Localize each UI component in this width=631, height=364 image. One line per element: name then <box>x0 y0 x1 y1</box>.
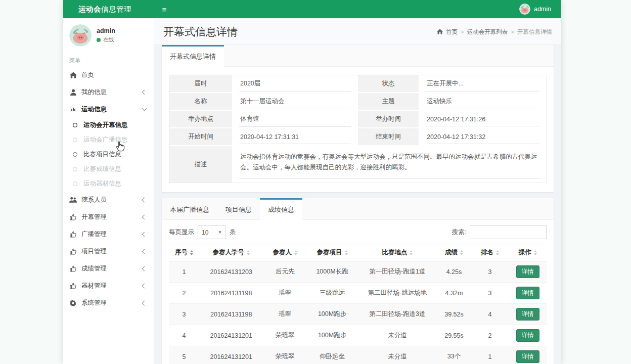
sidebar-subitem-opening-info[interactable]: 运动会开幕信息 <box>63 118 154 132</box>
page-size-suffix: 条 <box>230 228 236 237</box>
table-cell: 2 <box>471 325 509 346</box>
column-header-1[interactable]: 序号 <box>169 244 199 261</box>
column-header-3[interactable]: 参赛人 <box>263 244 307 261</box>
table-cell: 3 <box>169 304 199 325</box>
search-input[interactable] <box>470 225 547 239</box>
table-cell: 4 <box>471 304 509 325</box>
circle-o-icon <box>71 167 79 171</box>
content-header: 开幕式信息详情 首页>运动会开幕列表>开幕信息详情 <box>154 18 561 44</box>
sidebar-toggle-icon[interactable]: ≡ <box>154 5 174 14</box>
table-cell-action: 详情 <box>509 304 547 325</box>
detail-button[interactable]: 详情 <box>516 308 539 321</box>
detail-card: 开幕式信息详情 届时2020届状态正在开展中...名称第十一届运动会主题运动快乐… <box>162 45 554 192</box>
detail-button[interactable]: 详情 <box>516 350 539 363</box>
circle-o-icon <box>71 123 79 127</box>
detail-table: 届时2020届状态正在开展中...名称第十一届运动会主题运动快乐举办地点体育馆举… <box>169 75 547 183</box>
online-label: 在线 <box>103 36 114 43</box>
detail-button[interactable]: 详情 <box>516 265 539 278</box>
column-header-4[interactable]: 参赛项目 <box>307 244 358 261</box>
results-card-tabstrip: 本届广播信息项目信息成绩信息 <box>162 198 554 220</box>
sidebar-item-sport-info[interactable]: 运动信息 <box>63 101 154 118</box>
detail-field-label: 举办时间 <box>358 111 419 127</box>
thumbs-up-icon <box>69 265 77 272</box>
table-cell: 第一田径场-跑道1道 <box>357 261 437 283</box>
column-header-8[interactable]: 操作 <box>509 244 547 261</box>
table-cell: 1 <box>169 261 199 283</box>
page-size-select[interactable]: 10 ▼ <box>198 225 226 239</box>
sidebar-item-project-mgmt[interactable]: 项目管理 <box>63 243 154 260</box>
breadcrumb-item[interactable]: 首页 <box>446 28 458 36</box>
sidebar-item-my-info[interactable]: 我的信息 <box>63 83 154 101</box>
page-size-value: 10 <box>202 229 208 236</box>
sidebar-item-score-mgmt[interactable]: 成绩管理 <box>63 260 154 277</box>
top-navbar: 运动会信息管理 ≡ admin <box>63 0 561 18</box>
table-cell: 4 <box>169 325 199 346</box>
sort-icon[interactable] <box>345 250 348 255</box>
detail-field-value: 2020-04-12 17:31:32 <box>420 128 546 145</box>
table-cell: 未分道 <box>357 325 437 346</box>
tab-opening-detail[interactable]: 开幕式信息详情 <box>162 45 224 67</box>
table-cell: 39.52s <box>437 304 471 325</box>
sort-icon[interactable] <box>410 250 413 255</box>
detail-button[interactable]: 详情 <box>516 287 539 299</box>
column-header-label: 成绩 <box>445 248 458 257</box>
table-cell: 瑶翠 <box>263 283 307 304</box>
sort-icon[interactable] <box>460 250 463 255</box>
chevron-left-icon <box>142 89 147 95</box>
breadcrumb-item[interactable]: 运动会开幕列表 <box>467 28 508 36</box>
detail-desc-value: 运动会指体育运动的竞赛会，有奥运会等大型运动会，只是范围不同。最早的运动会就是古… <box>233 146 546 183</box>
chevron-down-icon <box>142 106 147 111</box>
page-title: 开幕式信息详情 <box>163 25 238 39</box>
column-header-2[interactable]: 参赛人学号 <box>199 244 263 261</box>
detail-button[interactable]: 详情 <box>516 329 539 342</box>
online-dot-icon <box>97 38 101 42</box>
sidebar-item-equipment-mgmt[interactable]: 器材管理 <box>63 277 154 294</box>
column-header-7[interactable]: 排名 <box>471 244 509 261</box>
tab-broadcast[interactable]: 本届广播信息 <box>162 198 217 219</box>
sort-icon[interactable] <box>247 250 250 255</box>
sort-icon[interactable] <box>496 250 499 255</box>
table-row: 4201624131201荣瑶翠100M跑步未分道29.55s2详情 <box>169 325 547 346</box>
tab-score[interactable]: 成绩信息 <box>260 198 302 220</box>
table-cell: 201624131198 <box>199 304 263 325</box>
sidebar-item-opening-mgmt[interactable]: 开幕管理 <box>63 208 154 225</box>
user-avatar <box>519 4 530 15</box>
user-icon <box>69 89 77 96</box>
sidebar-subitem-score-info[interactable]: 比赛成绩信息 <box>63 162 154 176</box>
table-cell: 3 <box>471 261 509 283</box>
brand[interactable]: 运动会信息管理 <box>63 5 154 14</box>
sidebar-subitem-label: 运动会广播信息 <box>83 135 148 144</box>
results-table-body: 1201624131203后元先1000M长跑第一田径场-跑道1道4.25s3详… <box>169 261 547 364</box>
navbar-username: admin <box>534 6 551 13</box>
sidebar-subitem-broadcast-info[interactable]: 运动会广播信息 <box>63 132 154 147</box>
navbar-user-menu[interactable]: admin <box>519 4 561 15</box>
column-header-5[interactable]: 比赛地点 <box>357 244 437 261</box>
bar-chart-icon <box>69 106 77 112</box>
detail-field-label: 名称 <box>169 93 232 110</box>
column-header-6[interactable]: 成绩 <box>437 244 471 261</box>
table-row: 3201624131198瑶翠100M跑步第二田径场-跑道3道39.52s4详情 <box>169 304 547 325</box>
sidebar-subitem-equipment-info[interactable]: 运动器材信息 <box>63 176 154 191</box>
brand-rest: 信息管理 <box>101 5 131 13</box>
caret-down-icon: ▼ <box>218 230 222 235</box>
table-cell: 后元先 <box>263 261 307 283</box>
detail-field-value: 2020-04-12 17:31:31 <box>233 128 357 145</box>
sidebar-subitem-label: 比赛项目信息 <box>83 150 148 159</box>
sort-icon[interactable] <box>294 250 297 255</box>
table-cell: 三级跳远 <box>307 283 358 304</box>
sidebar-item-broadcast-mgmt[interactable]: 广播管理 <box>63 225 154 243</box>
detail-field-value: 2020届 <box>233 75 357 92</box>
sidebar-item-home[interactable]: 首页 <box>63 66 154 83</box>
table-cell: 1000M长跑 <box>307 261 358 283</box>
sidebar-subitem-event-info[interactable]: 比赛项目信息 <box>63 147 154 162</box>
sidebar-item-system-mgmt[interactable]: 系统管理 <box>63 294 154 311</box>
circle-o-icon <box>71 138 79 142</box>
sort-icon[interactable] <box>534 250 537 255</box>
breadcrumb-separator: > <box>461 29 464 35</box>
sort-icon[interactable] <box>190 250 193 255</box>
chevron-left-icon <box>142 232 147 237</box>
detail-field-value: 运动快乐 <box>420 93 546 110</box>
tab-project[interactable]: 项目信息 <box>217 198 260 219</box>
sidebar-item-label: 首页 <box>81 71 148 79</box>
sidebar-item-faculty[interactable]: 院系人员 <box>63 191 154 208</box>
